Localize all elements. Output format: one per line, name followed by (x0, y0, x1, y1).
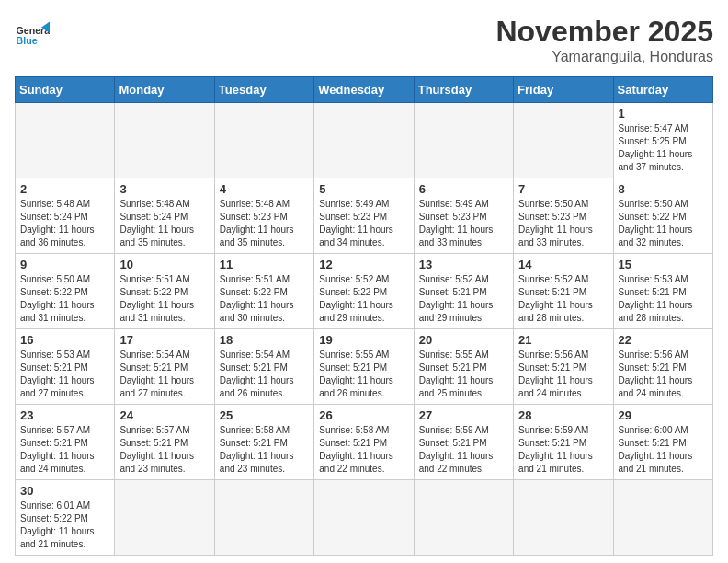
calendar-week-row: 23Sunrise: 5:57 AM Sunset: 5:21 PM Dayli… (16, 405, 713, 480)
day-number: 13 (419, 258, 508, 271)
calendar-day-cell: 5Sunrise: 5:49 AM Sunset: 5:23 PM Daylig… (314, 178, 414, 254)
day-number: 20 (419, 333, 508, 347)
calendar-day-cell: 6Sunrise: 5:49 AM Sunset: 5:23 PM Daylig… (414, 178, 513, 254)
weekday-sunday: Sunday (16, 77, 115, 103)
day-info: Sunrise: 5:49 AM Sunset: 5:23 PM Dayligh… (319, 198, 408, 249)
day-info: Sunrise: 5:58 AM Sunset: 5:21 PM Dayligh… (319, 424, 408, 476)
calendar-day-cell (115, 480, 214, 556)
title-block: November 2025 Yamaranguila, Honduras (495, 15, 713, 65)
calendar-table: SundayMondayTuesdayWednesdayThursdayFrid… (15, 76, 713, 556)
calendar-day-cell: 13Sunrise: 5:52 AM Sunset: 5:21 PM Dayli… (414, 254, 513, 329)
calendar-week-row: 9Sunrise: 5:50 AM Sunset: 5:22 PM Daylig… (16, 254, 713, 329)
calendar-day-cell: 7Sunrise: 5:50 AM Sunset: 5:23 PM Daylig… (514, 178, 613, 254)
calendar-day-cell: 16Sunrise: 5:53 AM Sunset: 5:21 PM Dayli… (16, 329, 115, 405)
calendar-day-cell: 27Sunrise: 5:59 AM Sunset: 5:21 PM Dayli… (414, 405, 513, 480)
calendar-week-row: 30Sunrise: 6:01 AM Sunset: 5:22 PM Dayli… (16, 480, 713, 556)
day-number: 28 (518, 408, 608, 422)
calendar-day-cell (115, 103, 214, 178)
day-number: 21 (518, 333, 608, 347)
day-number: 27 (419, 408, 508, 422)
location: Yamaranguila, Honduras (495, 49, 713, 65)
day-number: 7 (518, 182, 608, 196)
day-info: Sunrise: 5:50 AM Sunset: 5:23 PM Dayligh… (518, 198, 608, 249)
day-info: Sunrise: 5:52 AM Sunset: 5:21 PM Dayligh… (518, 273, 608, 325)
day-info: Sunrise: 5:54 AM Sunset: 5:21 PM Dayligh… (119, 349, 209, 400)
calendar-day-cell: 30Sunrise: 6:01 AM Sunset: 5:22 PM Dayli… (16, 480, 115, 556)
day-number: 11 (220, 258, 309, 271)
calendar-day-cell: 29Sunrise: 6:00 AM Sunset: 5:21 PM Dayli… (613, 405, 712, 480)
day-info: Sunrise: 5:55 AM Sunset: 5:21 PM Dayligh… (319, 349, 408, 400)
day-info: Sunrise: 5:51 AM Sunset: 5:22 PM Dayligh… (119, 273, 209, 325)
day-info: Sunrise: 5:53 AM Sunset: 5:21 PM Dayligh… (619, 273, 708, 325)
calendar-day-cell (414, 103, 513, 178)
day-number: 14 (518, 258, 608, 271)
day-info: Sunrise: 6:01 AM Sunset: 5:22 PM Dayligh… (20, 500, 109, 551)
day-number: 29 (619, 408, 708, 422)
day-number: 6 (419, 182, 508, 196)
calendar-week-row: 2Sunrise: 5:48 AM Sunset: 5:24 PM Daylig… (16, 178, 713, 254)
day-number: 12 (319, 258, 408, 271)
calendar-day-cell: 8Sunrise: 5:50 AM Sunset: 5:22 PM Daylig… (613, 178, 712, 254)
day-info: Sunrise: 5:59 AM Sunset: 5:21 PM Dayligh… (518, 424, 608, 476)
day-number: 30 (20, 484, 109, 498)
calendar-week-row: 16Sunrise: 5:53 AM Sunset: 5:21 PM Dayli… (16, 329, 713, 405)
day-number: 5 (319, 182, 408, 196)
day-info: Sunrise: 5:52 AM Sunset: 5:22 PM Dayligh… (319, 273, 408, 325)
calendar-day-cell: 12Sunrise: 5:52 AM Sunset: 5:22 PM Dayli… (314, 254, 414, 329)
calendar-day-cell: 4Sunrise: 5:48 AM Sunset: 5:23 PM Daylig… (214, 178, 313, 254)
day-number: 9 (20, 258, 109, 271)
calendar-day-cell: 1Sunrise: 5:47 AM Sunset: 5:25 PM Daylig… (613, 103, 712, 178)
day-info: Sunrise: 5:48 AM Sunset: 5:24 PM Dayligh… (20, 198, 109, 249)
day-info: Sunrise: 5:54 AM Sunset: 5:21 PM Dayligh… (220, 349, 309, 400)
day-info: Sunrise: 5:59 AM Sunset: 5:21 PM Dayligh… (419, 424, 508, 476)
day-info: Sunrise: 5:57 AM Sunset: 5:21 PM Dayligh… (20, 424, 109, 476)
svg-text:Blue: Blue (17, 35, 38, 46)
calendar-day-cell (613, 480, 712, 556)
calendar-day-cell: 14Sunrise: 5:52 AM Sunset: 5:21 PM Dayli… (514, 254, 613, 329)
calendar-day-cell: 22Sunrise: 5:56 AM Sunset: 5:21 PM Dayli… (613, 329, 712, 405)
day-number: 26 (319, 408, 408, 422)
weekday-friday: Friday (514, 77, 613, 103)
calendar-day-cell (314, 480, 414, 556)
day-info: Sunrise: 5:49 AM Sunset: 5:23 PM Dayligh… (419, 198, 508, 249)
weekday-monday: Monday (115, 77, 214, 103)
day-info: Sunrise: 5:48 AM Sunset: 5:23 PM Dayligh… (220, 198, 309, 249)
calendar-day-cell: 20Sunrise: 5:55 AM Sunset: 5:21 PM Dayli… (414, 329, 513, 405)
calendar-day-cell (414, 480, 513, 556)
day-number: 19 (319, 333, 408, 347)
logo: General Blue (15, 15, 50, 50)
day-info: Sunrise: 5:51 AM Sunset: 5:22 PM Dayligh… (220, 273, 309, 325)
day-number: 3 (119, 182, 209, 196)
calendar-day-cell: 17Sunrise: 5:54 AM Sunset: 5:21 PM Dayli… (115, 329, 214, 405)
weekday-tuesday: Tuesday (214, 77, 313, 103)
day-number: 8 (619, 182, 708, 196)
day-info: Sunrise: 5:47 AM Sunset: 5:25 PM Dayligh… (619, 122, 708, 174)
day-number: 15 (619, 258, 708, 271)
calendar-day-cell: 15Sunrise: 5:53 AM Sunset: 5:21 PM Dayli… (613, 254, 712, 329)
day-number: 16 (20, 333, 109, 347)
weekday-thursday: Thursday (414, 77, 513, 103)
weekday-header-row: SundayMondayTuesdayWednesdayThursdayFrid… (16, 77, 713, 103)
calendar-day-cell: 25Sunrise: 5:58 AM Sunset: 5:21 PM Dayli… (214, 405, 313, 480)
calendar-day-cell: 21Sunrise: 5:56 AM Sunset: 5:21 PM Dayli… (514, 329, 613, 405)
calendar-day-cell (16, 103, 115, 178)
day-number: 2 (20, 182, 109, 196)
calendar-day-cell: 24Sunrise: 5:57 AM Sunset: 5:21 PM Dayli… (115, 405, 214, 480)
day-number: 17 (119, 333, 209, 347)
day-info: Sunrise: 5:50 AM Sunset: 5:22 PM Dayligh… (20, 273, 109, 325)
day-number: 22 (619, 333, 708, 347)
day-number: 24 (119, 408, 209, 422)
weekday-saturday: Saturday (613, 77, 712, 103)
day-number: 25 (220, 408, 309, 422)
calendar-day-cell: 26Sunrise: 5:58 AM Sunset: 5:21 PM Dayli… (314, 405, 414, 480)
calendar-day-cell (214, 480, 313, 556)
day-info: Sunrise: 5:56 AM Sunset: 5:21 PM Dayligh… (518, 349, 608, 400)
day-info: Sunrise: 6:00 AM Sunset: 5:21 PM Dayligh… (619, 424, 708, 476)
calendar-day-cell (514, 103, 613, 178)
day-info: Sunrise: 5:58 AM Sunset: 5:21 PM Dayligh… (220, 424, 309, 476)
calendar-day-cell: 23Sunrise: 5:57 AM Sunset: 5:21 PM Dayli… (16, 405, 115, 480)
month-title: November 2025 (495, 15, 713, 49)
logo-icon: General Blue (15, 15, 50, 50)
calendar-day-cell: 18Sunrise: 5:54 AM Sunset: 5:21 PM Dayli… (214, 329, 313, 405)
calendar-day-cell: 3Sunrise: 5:48 AM Sunset: 5:24 PM Daylig… (115, 178, 214, 254)
